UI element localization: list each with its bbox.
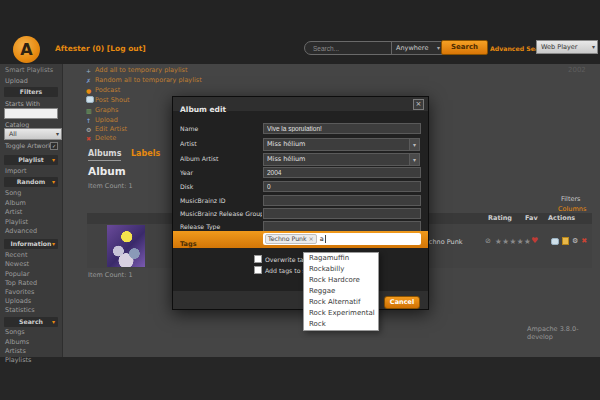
collapse-icon[interactable]: ▾	[52, 155, 55, 165]
col-fav[interactable]: Fav	[525, 213, 538, 224]
text-cursor	[325, 235, 326, 243]
section-search[interactable]: Search ▾	[4, 317, 58, 327]
rating-stars[interactable]: ★★★★★	[495, 237, 531, 246]
search-input[interactable]	[304, 41, 404, 55]
sidebar-item-playlist[interactable]: Playlist	[5, 218, 28, 226]
autocomplete-option[interactable]: Rock Alternatif	[304, 297, 378, 308]
section-random[interactable]: Random ▾	[4, 177, 58, 187]
cancel-button[interactable]: Cancel	[384, 296, 420, 309]
catalog-label: Catalog	[5, 121, 29, 128]
sidebar-item-upload[interactable]: Upload	[5, 77, 28, 85]
toggle-artwork-checkbox[interactable]: ✓	[50, 142, 58, 150]
sidebar-item-import[interactable]: Import	[5, 167, 27, 175]
collapse-icon[interactable]: ▾	[52, 239, 55, 249]
sidebar-item-songs[interactable]: Songs	[5, 328, 25, 336]
album-art[interactable]	[107, 225, 145, 267]
mb-release-group-input[interactable]	[263, 208, 421, 219]
no-rating-icon[interactable]: ⊘	[485, 237, 491, 245]
speech-bubble-icon	[86, 96, 95, 104]
sidebar-item-album[interactable]: Album	[5, 199, 26, 207]
tab-labels[interactable]: Labels	[131, 149, 160, 158]
overwrite-tags-checkbox[interactable]	[254, 255, 262, 263]
dialog-titlebar[interactable]: Album edit	[173, 97, 428, 111]
web-player-select[interactable]: Web Player ▾	[536, 40, 598, 54]
sidebar-item-artists[interactable]: Artists	[5, 347, 26, 355]
favorite-heart-icon[interactable]: ♥	[531, 236, 538, 245]
disk-input[interactable]	[263, 181, 421, 192]
sidebar-item-uploads[interactable]: Uploads	[5, 297, 31, 305]
sidebar-item-top-rated[interactable]: Top Rated	[5, 279, 37, 287]
action-label: Graphs	[95, 106, 118, 114]
action-podcast[interactable]: ● Podcast	[86, 85, 120, 95]
search-button[interactable]: Search	[441, 40, 488, 55]
sidebar-item-playlists[interactable]: Playlists	[5, 356, 32, 364]
field-label-disk: Disk	[180, 183, 262, 190]
autocomplete-option[interactable]: Rockabilly	[304, 264, 378, 275]
sidebar-item-smart-playlists[interactable]: Smart Playlists	[5, 66, 53, 74]
upload-icon: ↑	[86, 117, 95, 124]
version-label: Ampache 3.8.0-develop	[527, 325, 600, 341]
catalog-select[interactable]: All ▾	[4, 128, 62, 140]
delete-icon: ✖	[86, 135, 95, 142]
columns-link[interactable]: Columns	[558, 205, 586, 213]
field-label-year: Year	[180, 169, 262, 176]
section-title: Information	[4, 239, 58, 249]
item-count-bottom: Item Count: 1	[88, 271, 133, 279]
action-graphs[interactable]: ▥ Graphs	[86, 105, 118, 115]
sidebar-item-albums[interactable]: Albums	[5, 338, 29, 346]
album-artist-select[interactable]: Miss hélium ▾	[263, 153, 420, 166]
add-tags-checkbox[interactable]	[254, 266, 262, 274]
page-title: Album	[88, 165, 126, 177]
starts-with-input[interactable]	[4, 108, 58, 119]
tags-input[interactable]: Techno Punk× a	[263, 233, 421, 245]
field-label-name: Name	[180, 125, 262, 132]
edit-icon[interactable]	[562, 237, 569, 245]
sidebar-item-favorites[interactable]: Favorites	[5, 288, 34, 296]
sidebar-item-song[interactable]: Song	[5, 189, 21, 197]
section-title: Random	[4, 177, 58, 187]
autocomplete-option[interactable]: Rock Experimental	[304, 308, 378, 319]
section-filters[interactable]: Filters	[4, 87, 58, 97]
sidebar-item-statistics[interactable]: Statistics	[5, 306, 35, 314]
sidebar-item-recent[interactable]: Recent	[5, 251, 27, 259]
catalog-value: All	[9, 130, 17, 137]
action-post-shout[interactable]: Post Shout	[86, 95, 130, 105]
section-title: Playlist	[4, 155, 58, 165]
sidebar: Smart Playlists Upload Filters Starts Wi…	[0, 64, 63, 357]
action-random-all[interactable]: ✗ Random all to temporary playlist	[86, 75, 202, 85]
section-title: Search	[4, 317, 58, 327]
autocomplete-option[interactable]: Rock Hardcore	[304, 275, 378, 286]
year-input[interactable]	[263, 167, 421, 178]
filters-link[interactable]: Filters	[561, 195, 580, 203]
delete-icon[interactable]: ✖	[581, 237, 587, 245]
section-playlist[interactable]: Playlist ▾	[4, 155, 58, 165]
shout-icon[interactable]	[551, 238, 559, 245]
section-information[interactable]: Information ▾	[4, 239, 58, 249]
row-tags[interactable]: Techno Punk	[422, 238, 478, 246]
autocomplete-option[interactable]: Reggae	[304, 286, 378, 297]
close-icon[interactable]: ×	[413, 99, 424, 110]
gear-icon[interactable]: ⚙	[572, 237, 578, 245]
action-delete[interactable]: ✖ Delete	[86, 133, 116, 143]
sidebar-item-advanced[interactable]: Advanced	[5, 227, 37, 235]
col-actions[interactable]: Actions	[548, 213, 575, 224]
sidebar-item-artist[interactable]: Artist	[5, 208, 22, 216]
tag-chip[interactable]: Techno Punk×	[265, 234, 317, 244]
action-label: Add all to temporary playlist	[95, 66, 187, 74]
ampache-logo-icon[interactable]: A	[13, 36, 40, 63]
tab-albums[interactable]: Albums	[88, 149, 121, 161]
autocomplete-option[interactable]: Ragamuffin	[304, 253, 378, 264]
sidebar-item-popular[interactable]: Popular	[5, 270, 29, 278]
action-add-all[interactable]: + Add all to temporary playlist	[86, 65, 187, 75]
autocomplete-option[interactable]: Rock	[304, 319, 378, 330]
user-logout-link[interactable]: Aftester (0) [Log out]	[55, 44, 146, 53]
musicbrainz-id-input[interactable]	[263, 195, 421, 206]
col-rating[interactable]: Rating	[488, 213, 512, 224]
search-scope-select[interactable]: Anywhere ▾	[391, 41, 443, 55]
remove-tag-icon[interactable]: ×	[309, 235, 314, 242]
artist-select[interactable]: Miss hélium ▾	[263, 138, 420, 151]
sidebar-item-newest[interactable]: Newest	[5, 260, 29, 268]
name-input[interactable]	[263, 123, 421, 134]
collapse-icon[interactable]: ▾	[52, 177, 55, 187]
collapse-icon[interactable]: ▾	[52, 317, 55, 327]
